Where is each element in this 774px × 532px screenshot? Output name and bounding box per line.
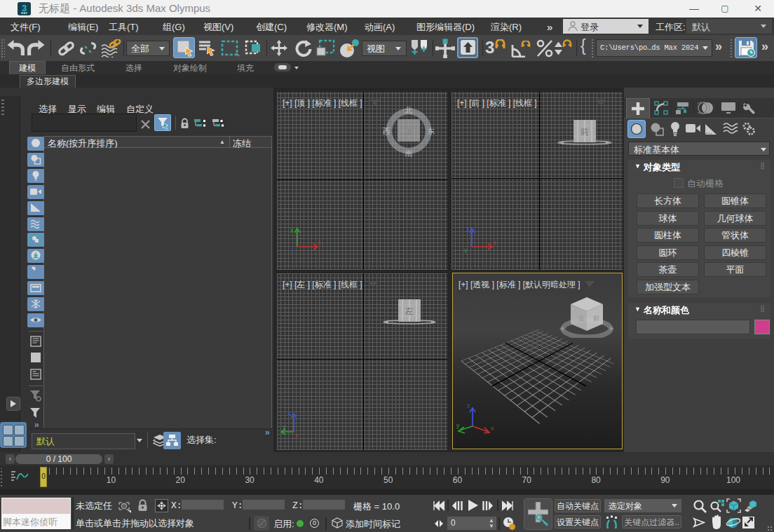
svg-text:东: 东 [428,127,435,135]
svg-text:y: y [283,423,286,430]
svg-text:北: 北 [405,106,413,114]
svg-text:前: 前 [593,315,599,322]
svg-text:x: x [318,239,321,246]
svg-text:z: z [291,247,294,253]
svg-text:x: x [491,425,494,432]
svg-text:南: 南 [405,149,413,158]
svg-text:y: y [290,226,294,233]
svg-text:z: z [288,409,292,416]
svg-text:y: y [464,247,468,253]
svg-text:前: 前 [580,127,589,137]
svg-text:z: z [467,402,470,409]
svg-text:x: x [295,432,299,439]
svg-text:上: 上 [405,128,412,135]
svg-text:西: 西 [383,127,391,135]
svg-text:左: 左 [578,315,585,322]
svg-text:y: y [456,422,460,429]
svg-text:z: z [466,226,470,233]
svg-text:x: x [493,239,496,246]
svg-text:左: 左 [405,306,414,316]
